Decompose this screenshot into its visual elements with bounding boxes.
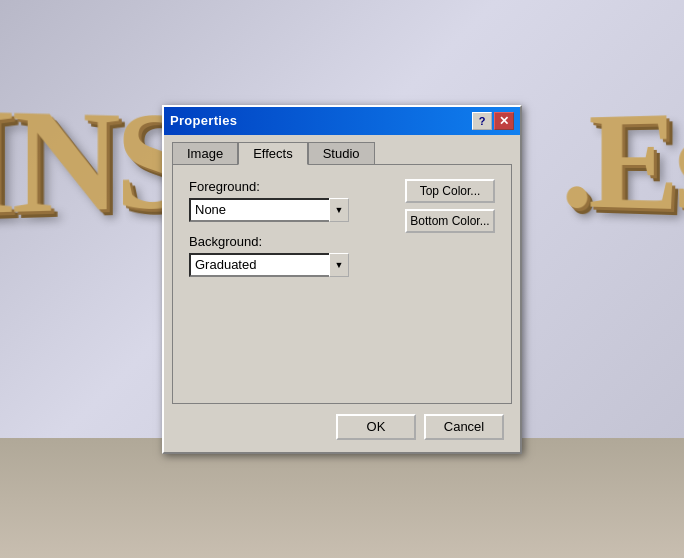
tab-studio[interactable]: Studio xyxy=(308,142,375,165)
help-button[interactable]: ? xyxy=(472,112,492,130)
bottom-color-button[interactable]: Bottom Color... xyxy=(405,209,495,233)
foreground-select-wrapper: None xyxy=(189,198,349,222)
tab-strip: Image Effects Studio xyxy=(164,135,520,164)
cancel-button[interactable]: Cancel xyxy=(424,414,504,440)
side-buttons: Top Color... Bottom Color... xyxy=(405,179,495,233)
dialog-overlay: Properties ? ✕ Image Effects Studio Fore… xyxy=(0,0,684,558)
background-select-wrapper: Graduated None Solid xyxy=(189,253,349,277)
ok-button[interactable]: OK xyxy=(336,414,416,440)
top-color-button[interactable]: Top Color... xyxy=(405,179,495,203)
dialog-footer: OK Cancel xyxy=(164,404,520,452)
background-select[interactable]: Graduated None Solid xyxy=(189,253,349,277)
tab-effects[interactable]: Effects xyxy=(238,142,308,165)
title-bar-buttons: ? ✕ xyxy=(472,112,514,130)
background-label: Background: xyxy=(189,234,495,249)
properties-dialog: Properties ? ✕ Image Effects Studio Fore… xyxy=(162,105,522,454)
tab-content-effects: Foreground: None Background: Graduated N… xyxy=(172,164,512,404)
close-button[interactable]: ✕ xyxy=(494,112,514,130)
background-field-row: Background: Graduated None Solid xyxy=(189,234,495,277)
dialog-title: Properties xyxy=(170,113,237,128)
tab-image[interactable]: Image xyxy=(172,142,238,165)
foreground-select[interactable]: None xyxy=(189,198,349,222)
title-bar: Properties ? ✕ xyxy=(164,107,520,135)
